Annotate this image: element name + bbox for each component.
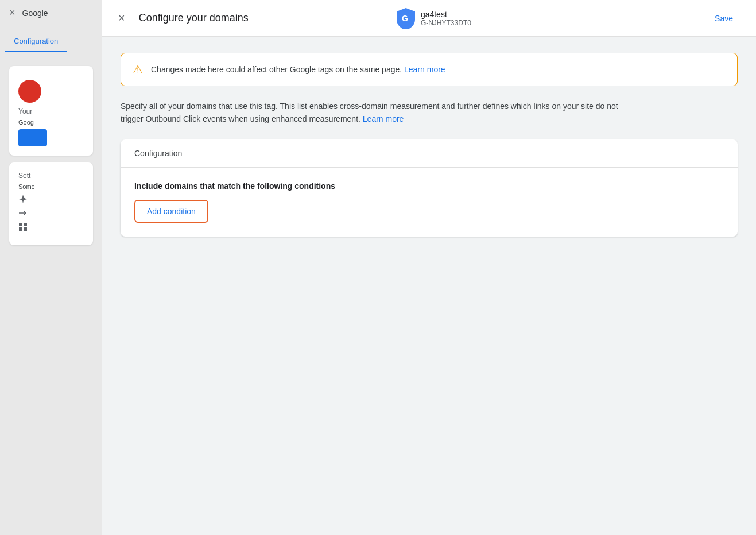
bg-icon-arrow (18, 208, 84, 218)
bg-title: Google (22, 9, 48, 18)
dialog-title: Configure your domains (139, 12, 373, 24)
bg-blue-rect (18, 129, 47, 146)
ga-tag-icon: G (397, 8, 415, 29)
svg-rect-1 (24, 223, 27, 226)
conditions-label: Include domains that match the following… (134, 181, 724, 191)
bg-card-1: Your Goog (9, 66, 93, 156)
background-panel: × Google Configuration Your Goog Sett So… (0, 0, 102, 535)
svg-text:G: G (402, 14, 408, 23)
dialog-header: × Configure your domains G ga4test G-NJH… (102, 0, 756, 37)
bg-nav: Configuration (0, 26, 102, 57)
warning-icon: ⚠ (133, 63, 143, 76)
ga-tag-name: ga4test (421, 10, 471, 19)
configuration-card: Configuration Include domains that match… (121, 139, 738, 237)
description-learn-more-link[interactable]: Learn more (363, 114, 404, 123)
save-button[interactable]: Save (705, 9, 742, 28)
bg-card-label-1: Your (18, 107, 84, 115)
bg-content: Your Goog Sett Some (0, 57, 102, 261)
header-divider (385, 9, 385, 28)
svg-rect-0 (19, 223, 22, 226)
ga-tag-details: ga4test G-NJHYT33DT0 (421, 10, 471, 27)
bg-icon-sparkle (18, 195, 84, 204)
warning-learn-more-link[interactable]: Learn more (404, 65, 445, 74)
bg-card-sub-2: Some (18, 183, 84, 190)
config-card-header: Configuration (121, 139, 738, 168)
configure-domains-dialog: × Configure your domains G ga4test G-NJH… (102, 0, 756, 535)
bg-card-label-2: Sett (18, 172, 84, 180)
bg-icon-grid (18, 222, 84, 231)
bg-nav-configuration[interactable]: Configuration (5, 31, 67, 52)
ga-tag-id: G-NJHYT33DT0 (421, 19, 471, 27)
bg-close-icon[interactable]: × (9, 7, 15, 19)
svg-rect-2 (19, 227, 22, 231)
warning-banner: ⚠ Changes made here could affect other G… (121, 53, 738, 86)
add-condition-button[interactable]: Add condition (134, 200, 208, 223)
warning-text: Changes made here could affect other Goo… (151, 64, 445, 76)
description-text: Specify all of your domains that use thi… (121, 100, 637, 126)
bg-card-2: Sett Some (9, 162, 93, 245)
bg-card-sub-1: Goog (18, 119, 84, 126)
close-icon: × (118, 11, 125, 25)
warning-message: Changes made here could affect other Goo… (151, 65, 402, 74)
ga-tag-info: G ga4test G-NJHYT33DT0 (397, 8, 471, 29)
dialog-close-button[interactable]: × (116, 9, 127, 27)
bg-panel-header: × Google (0, 0, 102, 26)
dialog-body: ⚠ Changes made here could affect other G… (102, 37, 756, 535)
svg-rect-3 (24, 227, 27, 231)
config-card-body: Include domains that match the following… (121, 168, 738, 237)
bg-avatar (18, 80, 41, 103)
